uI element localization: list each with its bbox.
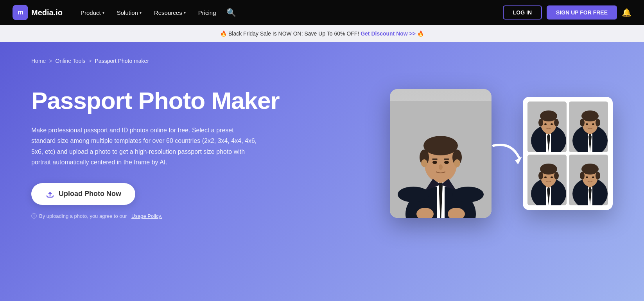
hero-images [390,89,613,218]
svg-point-10 [454,159,460,167]
breadcrumb-home[interactable]: Home [31,58,46,64]
breadcrumb: Home > Online Tools > Passport Photo mak… [31,58,613,64]
logo-icon: m [13,5,28,20]
upload-photo-button[interactable]: Upload Photo Now [31,183,135,205]
svg-point-42 [596,119,600,126]
info-icon: ⓘ [31,213,37,220]
signup-button[interactable]: SIGN UP FOR FREE [547,5,617,20]
svg-point-41 [580,119,585,126]
svg-point-29 [540,110,557,121]
bell-icon[interactable]: 🔔 [622,8,631,17]
svg-point-52 [538,172,543,180]
svg-point-30 [538,119,543,126]
svg-point-31 [554,119,559,126]
promo-suffix: 🔥 [417,30,424,37]
svg-point-9 [421,159,427,167]
svg-point-62 [581,164,599,175]
hero-content: Passport Photo Maker Make professional p… [31,87,613,220]
svg-point-19 [452,187,484,202]
svg-point-33 [551,123,553,125]
svg-rect-13 [432,159,438,160]
svg-point-66 [592,176,594,178]
login-button[interactable]: LOG IN [503,5,542,20]
svg-point-54 [544,176,547,178]
nav-product[interactable]: Product ▾ [75,6,110,19]
svg-point-12 [444,161,449,164]
breadcrumb-current: Passport Photo maker [95,58,149,64]
svg-point-55 [551,176,553,178]
svg-point-15 [439,164,443,170]
svg-point-43 [586,123,588,125]
hero-left: Passport Photo Maker Make professional p… [31,87,297,220]
chevron-down-icon: ▾ [184,11,186,15]
upload-icon [45,189,55,199]
logo[interactable]: m Media.io [13,5,63,20]
page-title: Passport Photo Maker [31,87,297,114]
svg-point-63 [580,172,585,180]
breadcrumb-sep-2: > [88,58,91,64]
nav-resources[interactable]: Resources ▾ [149,6,191,19]
hero-description: Make professional passport and ID photos… [31,125,258,167]
upload-button-label: Upload Photo Now [59,190,121,198]
svg-point-64 [596,172,600,180]
passport-cell-3 [527,155,567,205]
nav-pricing[interactable]: Pricing [193,6,222,19]
nav-right: LOG IN SIGN UP FOR FREE 🔔 [503,5,631,20]
usage-note-text: By uploading a photo, you agree to our [39,213,127,219]
passport-cell-4 [569,155,608,205]
nav-solution[interactable]: Solution ▾ [111,6,147,19]
portrait-bg [390,89,492,218]
svg-point-44 [592,123,594,125]
svg-point-11 [432,161,437,164]
svg-point-40 [581,110,599,121]
promo-text: 🔥 Black Friday Sale Is NOW ON: Save Up T… [220,30,359,37]
svg-point-65 [586,176,588,178]
passport-cell-1 [527,102,567,152]
svg-point-32 [544,123,547,125]
logo-text: Media.io [31,8,63,17]
svg-point-53 [554,172,559,180]
promo-banner: 🔥 Black Friday Sale Is NOW ON: Save Up T… [0,25,644,42]
hero-single-photo [390,89,492,218]
svg-point-6 [423,136,458,155]
navbar: m Media.io Product ▾ Solution ▾ Resource… [0,0,644,25]
svg-point-51 [540,164,557,175]
usage-policy-link[interactable]: Usage Policy. [131,213,162,219]
search-icon[interactable]: 🔍 [223,5,239,20]
passport-cell-2 [569,102,608,152]
svg-point-18 [398,187,429,202]
breadcrumb-sep-1: > [49,58,52,64]
chevron-down-icon: ▾ [102,11,104,15]
hero-grid-photo [523,97,613,210]
nav-links: Product ▾ Solution ▾ Resources ▾ Pricing… [75,5,490,20]
breadcrumb-online-tools[interactable]: Online Tools [56,58,86,64]
chevron-down-icon: ▾ [140,11,142,15]
arrow-indicator [492,142,523,165]
usage-note: ⓘ By uploading a photo, you agree to our… [31,213,297,220]
promo-link[interactable]: Get Discount Now >> [361,30,416,37]
svg-rect-14 [444,159,449,160]
hero-section: Home > Online Tools > Passport Photo mak… [0,42,644,301]
